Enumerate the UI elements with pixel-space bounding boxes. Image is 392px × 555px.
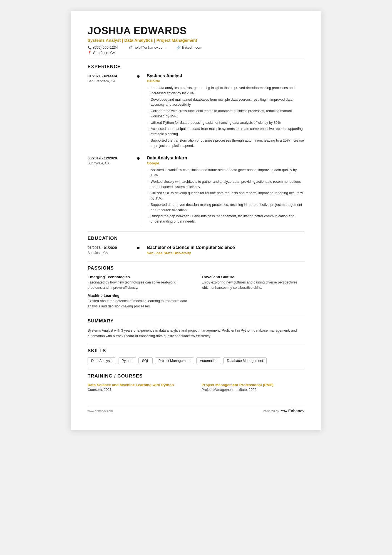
bullet-1-3: Supported data-driven decision-making pr…: [147, 202, 304, 213]
summary-text: Systems Analyst with 3 years of experien…: [88, 328, 304, 339]
powered-by-text: Powered by: [263, 409, 279, 413]
location-contact: 📍 San Jose, CA: [88, 51, 115, 55]
bullet-0-1: Developed and maintained databases from …: [147, 97, 304, 108]
passions-divider: [88, 314, 304, 314]
passion-desc-0: Fascinated by how new technologies can s…: [88, 280, 190, 290]
passions-grid: Emerging Technologies Fascinated by how …: [88, 275, 304, 309]
training-item-0: Data Science and Machine Learning with P…: [88, 383, 190, 392]
exp-location-0: San Francisco, CA: [88, 79, 132, 83]
skill-3: Project Management: [155, 357, 194, 364]
exp-date-0: 01/2021 - Present: [88, 74, 132, 78]
skills-divider: [88, 369, 304, 369]
passions-title: PASSIONS: [88, 265, 304, 271]
passion-item-0: Emerging Technologies Fascinated by how …: [88, 275, 190, 290]
location-text: San Jose, CA: [93, 51, 115, 55]
phone-number: (555) 555-1234: [93, 45, 118, 50]
edu-date-0: 01/2016 - 01/2020: [88, 246, 132, 250]
enhancv-logo: Enhancv: [281, 409, 304, 413]
bullet-0-5: Supported the transformation of business…: [147, 138, 304, 149]
education-item-0: 01/2016 - 01/2020 San Jose, CA Bachelor …: [88, 245, 304, 255]
bullet-1-0: Assisted in workflow compilation and fut…: [147, 167, 304, 178]
linkedin-url: linkedin.com: [182, 45, 202, 50]
exp-timeline-1: [135, 156, 142, 225]
passion-item-1: Travel and Culture Enjoy exploring new c…: [202, 275, 304, 290]
bullet-0-0: Led data analytics projects, generating …: [147, 85, 304, 96]
passion-item-2: Machine Learning Excited about the poten…: [88, 293, 190, 309]
phone-icon: 📞: [88, 46, 92, 50]
summary-section: SUMMARY Systems Analyst with 3 years of …: [88, 318, 304, 339]
email-contact: @ help@enhancv.com: [129, 45, 165, 50]
page-footer: www.enhancv.com Powered by Enhancv: [88, 406, 304, 413]
exp-date-1: 06/2019 - 12/2020: [88, 156, 132, 160]
contact-row-2: 📍 San Jose, CA: [88, 51, 304, 55]
bullet-list-1: Assisted in workflow compilation and fut…: [147, 167, 304, 224]
enhancv-logo-icon: [281, 409, 287, 413]
header-divider: [88, 60, 304, 60]
edu-left-0: 01/2016 - 01/2020 San Jose, CA: [88, 245, 135, 255]
bullet-0-4: Accessed and manipulated data from multi…: [147, 126, 304, 137]
skills-title: SKILLS: [88, 348, 304, 354]
experience-item-1: 06/2019 - 12/2020 Sunnyvale, CA Data Ana…: [88, 156, 304, 225]
training-course-title-1: Project Management Professional (PMP): [202, 383, 304, 387]
company-0: Deloitte: [147, 79, 304, 83]
passion-title-2: Machine Learning: [88, 293, 190, 298]
bullet-list-0: Led data analytics projects, generating …: [147, 85, 304, 148]
training-grid: Data Science and Machine Learning with P…: [88, 383, 304, 392]
contact-row-1: 📞 (555) 555-1234 @ help@enhancv.com 🔗 li…: [88, 45, 304, 50]
exp-left-0: 01/2021 - Present San Francisco, CA: [88, 73, 135, 149]
experience-item-0: 01/2021 - Present San Francisco, CA Syst…: [88, 73, 304, 149]
experience-section: EXPERIENCE 01/2021 - Present San Francis…: [88, 64, 304, 225]
resume-page: JOSHUA EDWARDS Systems Analyst | Data An…: [71, 11, 321, 430]
bullet-0-3: Utilized Python for data processing task…: [147, 120, 304, 125]
linkedin-contact: 🔗 linkedin.com: [177, 45, 202, 50]
passion-desc-2: Excited about the potential of machine l…: [88, 299, 190, 309]
skill-1: Python: [118, 357, 136, 364]
passion-title-1: Travel and Culture: [202, 275, 304, 279]
location-icon: 📍: [88, 51, 92, 55]
skill-4: Automation: [196, 357, 221, 364]
bullet-1-4: Bridged the gap between IT and business …: [147, 214, 304, 224]
exp-timeline-0: [135, 73, 142, 149]
training-title: TRAINING / COURSES: [88, 373, 304, 379]
training-provider-1: Project Management Institute, 2022: [202, 388, 304, 392]
edu-right-0: Bachelor of Science in Computer Science …: [142, 245, 304, 255]
degree-0: Bachelor of Science in Computer Science: [147, 245, 304, 250]
job-title-1: Data Analyst Intern: [147, 156, 304, 161]
linkedin-icon: 🔗: [177, 46, 181, 50]
timeline-dot-1: [137, 157, 140, 160]
education-divider: [88, 261, 304, 262]
training-provider-0: Coursera, 2021: [88, 388, 190, 392]
experience-title: EXPERIENCE: [88, 64, 304, 70]
email-address: help@enhancv.com: [134, 45, 165, 50]
passion-title-0: Emerging Technologies: [88, 275, 190, 279]
exp-location-1: Sunnyvale, CA: [88, 161, 132, 165]
edu-timeline-0: [135, 245, 142, 255]
skills-row: Data Analysis Python SQL Project Managem…: [88, 357, 304, 364]
school-0: San Jose State University: [147, 251, 304, 255]
skill-5: Database Management: [223, 357, 267, 364]
edu-dot-0: [137, 247, 140, 249]
passion-desc-1: Enjoy exploring new cultures and gaining…: [202, 280, 304, 290]
phone-contact: 📞 (555) 555-1234: [88, 45, 118, 50]
exp-right-0: Systems Analyst Deloitte Led data analyt…: [142, 73, 304, 149]
education-section: EDUCATION 01/2016 - 01/2020 San Jose, CA…: [88, 236, 304, 255]
skills-section: SKILLS Data Analysis Python SQL Project …: [88, 348, 304, 364]
bullet-1-2: Utilized SQL to develop queries for rout…: [147, 191, 304, 201]
enhancv-brand-name: Enhancv: [288, 409, 304, 413]
candidate-name: JOSHUA EDWARDS: [88, 25, 304, 37]
header: JOSHUA EDWARDS Systems Analyst | Data An…: [88, 25, 304, 55]
exp-right-1: Data Analyst Intern Google Assisted in w…: [142, 156, 304, 225]
edu-location-0: San Jose, CA: [88, 251, 132, 255]
footer-powered: Powered by Enhancv: [263, 409, 304, 413]
candidate-title: Systems Analyst | Data Analytics | Proje…: [88, 38, 304, 43]
training-item-1: Project Management Professional (PMP) Pr…: [202, 383, 304, 392]
footer-url: www.enhancv.com: [88, 409, 113, 413]
summary-divider: [88, 344, 304, 344]
bullet-1-1: Worked closely with architects to gather…: [147, 179, 304, 190]
company-1: Google: [147, 161, 304, 165]
timeline-dot-0: [137, 75, 140, 78]
exp-left-1: 06/2019 - 12/2020 Sunnyvale, CA: [88, 156, 135, 225]
passions-section: PASSIONS Emerging Technologies Fascinate…: [88, 265, 304, 309]
job-title-0: Systems Analyst: [147, 73, 304, 78]
experience-divider: [88, 231, 304, 232]
